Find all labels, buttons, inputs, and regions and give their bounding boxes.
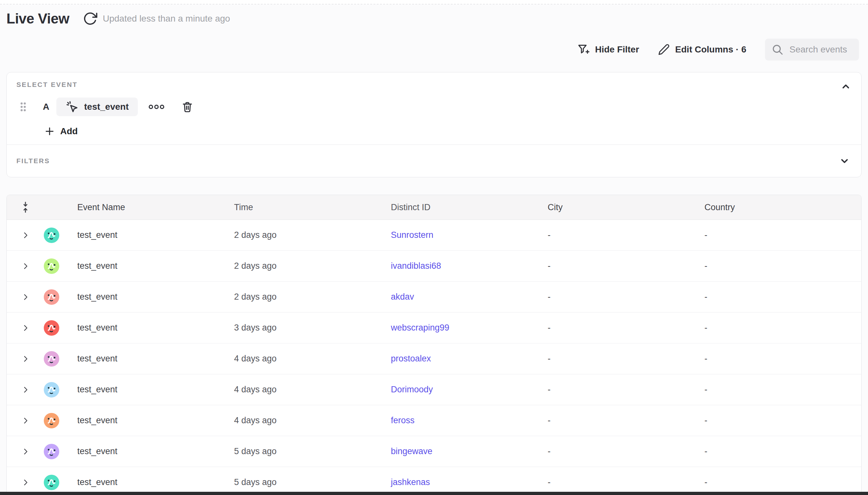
- table-row[interactable]: test_event 4 days ago prostoalex - -: [7, 343, 861, 374]
- avatar: [44, 413, 59, 428]
- cell-event-name: test_event: [77, 292, 234, 302]
- row-expand-chevron[interactable]: [19, 414, 32, 427]
- row-expand-chevron[interactable]: [19, 476, 32, 489]
- cell-time: 4 days ago: [234, 415, 391, 426]
- add-event-button[interactable]: Add: [44, 126, 78, 137]
- page-title: Live View: [6, 11, 69, 27]
- event-row-letter: A: [43, 102, 49, 112]
- collapse-select-event-button[interactable]: [839, 80, 853, 93]
- drag-handle-icon[interactable]: [19, 101, 27, 113]
- event-query-row: A test_event: [16, 98, 852, 116]
- table-row[interactable]: test_event 4 days ago Dorimoody - -: [7, 374, 861, 405]
- row-expand-chevron[interactable]: [19, 383, 32, 396]
- event-select-button[interactable]: test_event: [56, 98, 138, 116]
- avatar: [44, 258, 59, 274]
- delete-event-button[interactable]: [180, 99, 195, 115]
- row-expand-chevron[interactable]: [19, 322, 32, 335]
- row-expand-chevron[interactable]: [19, 260, 32, 273]
- cell-country: -: [704, 385, 861, 395]
- cell-city: -: [548, 323, 704, 333]
- cell-country: -: [704, 230, 861, 240]
- refresh-button[interactable]: [83, 11, 98, 26]
- cell-time: 2 days ago: [234, 292, 391, 302]
- cell-country: -: [704, 354, 861, 364]
- table-row[interactable]: test_event 5 days ago bingewave - -: [7, 436, 861, 467]
- cell-event-name: test_event: [77, 261, 234, 271]
- cell-event-name: test_event: [77, 323, 234, 333]
- edit-columns-button[interactable]: Edit Columns · 6: [658, 44, 746, 56]
- cell-event-name: test_event: [77, 230, 234, 240]
- column-header-time: Time: [234, 202, 391, 212]
- cell-time: 2 days ago: [234, 230, 391, 240]
- cell-country: -: [704, 477, 861, 487]
- cell-country: -: [704, 415, 861, 426]
- updated-status: Updated less than a minute ago: [103, 14, 230, 24]
- expand-filters-button[interactable]: [837, 154, 852, 168]
- table-row[interactable]: test_event 3 days ago webscraping99 - -: [7, 312, 861, 343]
- cell-city: -: [548, 230, 704, 240]
- edit-columns-label: Edit Columns · 6: [675, 45, 746, 55]
- cell-event-name: test_event: [77, 477, 234, 487]
- cell-time: 4 days ago: [234, 385, 391, 395]
- distinct-id-link[interactable]: Dorimoody: [391, 385, 433, 394]
- cell-city: -: [548, 446, 704, 456]
- cell-time: 2 days ago: [234, 261, 391, 271]
- column-header-event-name: Event Name: [77, 202, 234, 212]
- distinct-id-link[interactable]: Sunrostern: [391, 230, 433, 240]
- column-header-distinct-id: Distinct ID: [391, 202, 548, 212]
- cell-time: 5 days ago: [234, 446, 391, 456]
- search-events-box[interactable]: [765, 39, 859, 61]
- cell-country: -: [704, 292, 861, 302]
- cell-time: 3 days ago: [234, 323, 391, 333]
- row-expand-chevron[interactable]: [19, 445, 32, 458]
- avatar: [44, 475, 59, 490]
- cell-event-name: test_event: [77, 385, 234, 395]
- hide-filter-button[interactable]: Hide Filter: [577, 43, 639, 56]
- collapse-all-rows-button[interactable]: [19, 200, 32, 215]
- table-row[interactable]: test_event 4 days ago feross - -: [7, 405, 861, 436]
- cell-time: 5 days ago: [234, 477, 391, 487]
- pencil-icon: [658, 44, 670, 56]
- filters-section: FILTERS: [7, 145, 861, 177]
- cell-country: -: [704, 323, 861, 333]
- search-icon: [771, 44, 784, 56]
- page-header: Live View Updated less than a minute ago: [6, 8, 230, 29]
- distinct-id-link[interactable]: bingewave: [391, 446, 432, 456]
- cell-country: -: [704, 446, 861, 456]
- distinct-id-link[interactable]: prostoalex: [391, 354, 431, 363]
- chevron-up-icon: [840, 81, 852, 92]
- table-row[interactable]: test_event 2 days ago akdav - -: [7, 281, 861, 312]
- table-row[interactable]: test_event 2 days ago Sunrostern - -: [7, 220, 861, 251]
- filters-label: FILTERS: [16, 157, 50, 165]
- events-table: Event Name Time Distinct ID City Country: [6, 195, 862, 495]
- row-expand-chevron[interactable]: [19, 229, 32, 242]
- distinct-id-link[interactable]: jashkenas: [391, 477, 430, 487]
- select-event-label: SELECT EVENT: [16, 81, 78, 88]
- row-expand-chevron[interactable]: [19, 291, 32, 304]
- distinct-id-link[interactable]: akdav: [391, 292, 414, 302]
- cell-country: -: [704, 261, 861, 271]
- table-row[interactable]: test_event 5 days ago jashkenas - -: [7, 467, 861, 495]
- cursor-click-icon: [65, 100, 79, 114]
- distinct-id-link[interactable]: ivandiblasi68: [391, 261, 441, 271]
- top-edge-strip: [0, 0, 868, 4]
- cell-event-name: test_event: [77, 446, 234, 456]
- avatar: [44, 289, 59, 305]
- search-input[interactable]: [789, 45, 853, 55]
- table-row[interactable]: test_event 2 days ago ivandiblasi68 - -: [7, 251, 861, 281]
- avatar: [44, 382, 59, 397]
- collapse-vertical-icon: [20, 201, 31, 214]
- refresh-icon: [83, 11, 98, 26]
- avatar: [44, 227, 59, 243]
- distinct-id-link[interactable]: webscraping99: [391, 323, 449, 332]
- toolbar: Hide Filter Edit Columns · 6: [577, 39, 859, 61]
- cell-city: -: [548, 292, 704, 302]
- hide-filter-label: Hide Filter: [595, 45, 639, 55]
- avatar: [44, 351, 59, 366]
- row-expand-chevron[interactable]: [19, 353, 32, 365]
- add-button-label: Add: [60, 126, 78, 136]
- distinct-id-link[interactable]: feross: [391, 415, 415, 425]
- cell-city: -: [548, 385, 704, 395]
- event-options-button[interactable]: [146, 102, 167, 112]
- table-header-row: Event Name Time Distinct ID City Country: [7, 195, 861, 220]
